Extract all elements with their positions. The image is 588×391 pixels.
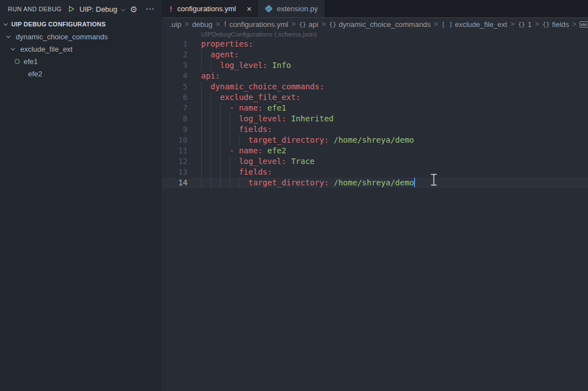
tab-label: extension.py	[277, 4, 318, 13]
breadcrumb-label: api	[308, 20, 318, 29]
code-text: fields:	[201, 167, 272, 178]
breadcrumb-label: configurations.yml	[229, 20, 288, 29]
tab-bar: !configurations.yml×extension.py	[162, 0, 588, 18]
sidebar-section-uip-debug-configurations[interactable]: UIP DEBUG CONFIGURATIONS	[0, 18, 162, 30]
breadcrumb-label: .uip	[170, 20, 181, 29]
breadcrumb-item-ta[interactable]: abcta	[580, 20, 588, 29]
indent-guides	[201, 81, 211, 92]
tree-item-efe2[interactable]: efe2	[0, 67, 162, 80]
text-caret	[414, 178, 415, 187]
breadcrumb-label: 1	[527, 20, 531, 29]
breadcrumb-label: exclude_file_ext	[455, 20, 507, 29]
line-number: 12	[162, 156, 188, 167]
debug-config-name: UIP: Debug	[80, 5, 117, 13]
tree-item-label: exclude_file_ext	[20, 45, 72, 53]
tree-item-dynamic_choice_commands[interactable]: dynamic_choice_commands	[0, 30, 162, 43]
token-key: name:	[239, 146, 262, 155]
code-line-14[interactable]: 14target_directory: /home/shreya/demo	[162, 178, 588, 188]
tree-item-exclude_file_ext[interactable]: exclude_file_ext	[0, 43, 162, 55]
code-line-2[interactable]: 2agent:	[162, 49, 588, 60]
indent-guides	[201, 178, 248, 188]
code-line-3[interactable]: 3log_level: Info	[162, 60, 588, 71]
toolbar-actions: ⚙ ⋯	[130, 4, 155, 13]
close-icon[interactable]: ×	[247, 4, 252, 13]
more-actions-icon[interactable]: ⋯	[145, 4, 155, 13]
tab-extension.py[interactable]: extension.py	[258, 0, 325, 17]
breadcrumb-separator-icon: >	[185, 20, 189, 28]
line-number: 3	[162, 60, 188, 71]
indent-guides	[201, 113, 239, 124]
schema-hint-link[interactable]: UIPDebugConfigurations (.schema.json)	[201, 30, 588, 39]
token-key: log_level:	[239, 157, 286, 166]
token-dash: -	[230, 146, 239, 155]
indent-guides	[201, 124, 239, 135]
breadcrumb-item-exclude_file_ext[interactable]: [ ]exclude_file_ext	[441, 20, 507, 29]
code-line-11[interactable]: 11- name: efe2	[162, 146, 588, 156]
yaml-editor[interactable]: UIPDebugConfigurations (.schema.json) 1p…	[162, 30, 588, 391]
string-symbol-icon: abc	[580, 21, 588, 28]
line-number: 7	[162, 103, 188, 113]
breadcrumb-separator-icon: >	[216, 20, 220, 28]
code-line-8[interactable]: 8log_level: Inherited	[162, 113, 588, 124]
indent-guides	[201, 146, 230, 156]
token-str: Info	[267, 61, 291, 70]
code-line-9[interactable]: 9fields:	[162, 124, 588, 135]
line-number: 5	[162, 81, 188, 92]
start-debug-button[interactable]	[67, 5, 75, 13]
code-line-7[interactable]: 7- name: efe1	[162, 103, 588, 113]
token-key: name:	[239, 103, 262, 112]
code-text: - name: efe1	[201, 103, 286, 113]
code-text: - name: efe2	[201, 146, 286, 156]
indent-guides	[201, 103, 230, 113]
line-number: 11	[162, 146, 188, 156]
token-str: efe1	[263, 103, 286, 112]
code-line-13[interactable]: 13fields:	[162, 167, 588, 178]
code-line-4[interactable]: 4api:	[162, 71, 588, 81]
breadcrumb-separator-icon: >	[572, 20, 576, 28]
breadcrumb-item-configurations.yml[interactable]: !configurations.yml	[223, 20, 288, 29]
code-text: target_directory: /home/shreya/demo	[201, 178, 415, 188]
breadcrumb-separator-icon: >	[291, 20, 295, 28]
token-str: Inherited	[286, 114, 334, 123]
run-debug-sidebar: RUN AND DEBUG UIP: Debug ⚙ ⋯ UIP DEB	[0, 0, 162, 391]
debug-config-tree: dynamic_choice_commandsexclude_file_exte…	[0, 30, 162, 80]
object-symbol-icon: {}	[329, 21, 336, 28]
code-line-12[interactable]: 12log_level: Trace	[162, 156, 588, 167]
code-line-1[interactable]: 1properties:	[162, 39, 588, 49]
object-symbol-icon: {}	[299, 21, 306, 28]
token-key: target_directory:	[248, 135, 329, 144]
code-text: agent:	[201, 49, 239, 60]
tab-label: configurations.yml	[177, 4, 236, 13]
code-line-10[interactable]: 10target_directory: /home/shreya/demo	[162, 135, 588, 146]
gear-icon[interactable]: ⚙	[130, 5, 138, 13]
section-title: UIP DEBUG CONFIGURATIONS	[11, 21, 106, 28]
debug-config-circle-icon	[13, 59, 20, 64]
line-number: 10	[162, 135, 188, 146]
line-number: 2	[162, 49, 188, 60]
breadcrumb-item-fields[interactable]: {}fields	[543, 20, 569, 29]
line-number: 1	[162, 39, 188, 49]
breadcrumb-item-1[interactable]: {}1	[518, 20, 531, 29]
python-icon	[265, 4, 273, 13]
token-key: agent:	[211, 50, 239, 59]
breadcrumb-separator-icon: >	[434, 20, 438, 28]
token-key: dynamic_choice_commands:	[211, 82, 324, 91]
code-text: exclude_file_ext:	[201, 92, 300, 103]
object-symbol-icon: {}	[543, 21, 550, 28]
code-text: dynamic_choice_commands:	[201, 81, 324, 92]
breadcrumb-item-debug[interactable]: debug	[192, 20, 212, 29]
breadcrumb-item-api[interactable]: {}api	[299, 20, 318, 29]
tab-configurations.yml[interactable]: !configurations.yml×	[162, 0, 258, 17]
token-key: properties:	[201, 39, 253, 48]
warning-icon: !	[168, 4, 173, 13]
code-lines: 1properties:2agent:3log_level: Info4api:…	[162, 39, 588, 188]
token-str: efe2	[263, 146, 286, 155]
code-line-5[interactable]: 5dynamic_choice_commands:	[162, 81, 588, 92]
debug-config-dropdown[interactable]: UIP: Debug	[80, 5, 126, 13]
breadcrumb-item-.uip[interactable]: .uip	[170, 20, 181, 29]
tree-item-label: efe1	[24, 57, 38, 66]
indent-guides	[201, 49, 211, 60]
breadcrumb-item-dynamic_choice_commands[interactable]: {}dynamic_choice_commands	[329, 20, 431, 29]
tree-item-efe1[interactable]: efe1	[0, 55, 162, 67]
code-line-6[interactable]: 6exclude_file_ext:	[162, 92, 588, 103]
